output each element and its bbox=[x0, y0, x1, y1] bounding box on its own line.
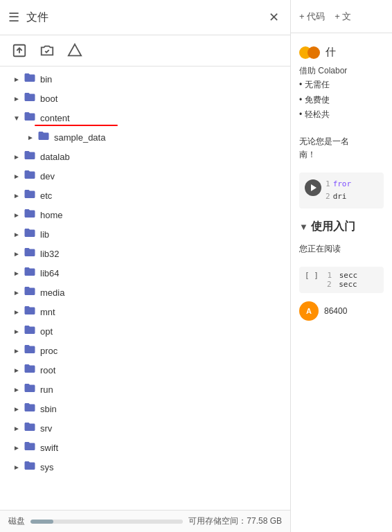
code-line-2: 2dri bbox=[326, 190, 351, 203]
item-label-mnt: mnt bbox=[40, 307, 55, 317]
add-text-label: + 文 bbox=[335, 10, 351, 23]
drive-icon[interactable] bbox=[65, 41, 84, 60]
svg-marker-2 bbox=[69, 44, 81, 56]
code-lines-1: 1fror 2dri bbox=[326, 178, 351, 202]
feature-item-2: 免费使 bbox=[299, 93, 384, 108]
tree-item-opt[interactable]: ►opt bbox=[0, 321, 290, 341]
file-tree: ►bin►boot▼content►sample_data►datalab►de… bbox=[0, 66, 290, 510]
chevron-srv: ► bbox=[11, 423, 22, 434]
tree-item-sys[interactable]: ►sys bbox=[0, 457, 290, 477]
file-panel: ☰ 文件 ✕ ►bin►boot▼content►s bbox=[0, 0, 291, 532]
folder-icon-etc bbox=[24, 188, 36, 203]
chevron-dev: ► bbox=[11, 170, 22, 181]
right-panel: + 代码 + 文 什 借助 Colabor 无需任 免费使 轻松共 无论您是一名… bbox=[291, 0, 392, 532]
folder-icon-run bbox=[24, 382, 36, 397]
disk-bar-fill bbox=[30, 520, 53, 524]
folder-icon-lib32 bbox=[24, 246, 36, 261]
tree-item-datalab[interactable]: ►datalab bbox=[0, 147, 290, 166]
avatar: A bbox=[299, 301, 319, 321]
cell-line-1: [ ] 1 secc bbox=[305, 271, 378, 280]
tree-item-sample_data[interactable]: ►sample_data bbox=[0, 127, 290, 147]
tree-item-etc[interactable]: ►etc bbox=[0, 186, 290, 205]
add-code-button[interactable]: + 代码 bbox=[299, 10, 325, 23]
tree-item-lib[interactable]: ►lib bbox=[0, 224, 290, 244]
item-label-sample_data: sample_data bbox=[54, 132, 105, 143]
chevron-datalab: ► bbox=[11, 151, 22, 162]
chevron-lib64: ► bbox=[11, 267, 22, 278]
body-section: 无论您是一名 南！ bbox=[291, 130, 392, 167]
refresh-folder-icon[interactable] bbox=[37, 41, 57, 60]
add-text-button[interactable]: + 文 bbox=[335, 10, 351, 23]
play-button-1[interactable] bbox=[305, 179, 321, 196]
folder-icon-boot bbox=[24, 91, 36, 106]
file-toolbar bbox=[0, 35, 290, 66]
tree-item-proc[interactable]: ►proc bbox=[0, 341, 290, 360]
tree-item-swift[interactable]: ►swift bbox=[0, 438, 290, 457]
tree-item-lib32[interactable]: ►lib32 bbox=[0, 244, 290, 263]
close-button[interactable]: ✕ bbox=[266, 7, 282, 28]
tree-item-content[interactable]: ▼content bbox=[0, 108, 290, 127]
item-label-boot: boot bbox=[40, 94, 57, 104]
tree-item-lib64[interactable]: ►lib64 bbox=[0, 263, 290, 283]
tree-item-srv[interactable]: ►srv bbox=[0, 418, 290, 438]
hamburger-icon[interactable]: ☰ bbox=[8, 10, 19, 25]
colab-title-partial: 什 bbox=[326, 46, 336, 59]
chevron-bin: ► bbox=[11, 73, 22, 85]
section-body-text: 您正在阅读 bbox=[291, 237, 392, 261]
colab-logo-area: 什 bbox=[291, 33, 392, 64]
item-label-opt: opt bbox=[40, 326, 53, 337]
panel-header-left: ☰ 文件 bbox=[8, 10, 48, 25]
section-body: 您正在阅读 bbox=[299, 244, 341, 254]
item-label-datalab: datalab bbox=[40, 152, 70, 162]
bottom-bar: 磁盘 可用存储空间：77.58 GB bbox=[0, 510, 290, 532]
file-tree-container: ►bin►boot▼content►sample_data►datalab►de… bbox=[0, 66, 290, 510]
colab-circle-right bbox=[308, 46, 320, 59]
chevron-content: ▼ bbox=[11, 112, 22, 123]
chevron-proc: ► bbox=[11, 345, 22, 356]
item-label-etc: etc bbox=[40, 190, 52, 201]
section-heading-area: ▼ 使用入门 bbox=[291, 214, 392, 237]
add-code-label: + 代码 bbox=[299, 10, 325, 23]
body-text: 无论您是一名 bbox=[299, 136, 349, 146]
right-toolbar: + 代码 + 文 bbox=[291, 0, 392, 33]
tree-item-boot[interactable]: ►boot bbox=[0, 89, 290, 108]
section-heading: 使用入门 bbox=[311, 220, 355, 234]
folder-icon-lib bbox=[24, 227, 36, 242]
folder-icon-media bbox=[24, 285, 36, 300]
cell-line-2: 2 secc bbox=[305, 280, 378, 289]
tree-item-home[interactable]: ►home bbox=[0, 205, 290, 224]
tree-item-mnt[interactable]: ►mnt bbox=[0, 302, 290, 321]
feature-item-1: 无需任 bbox=[299, 78, 384, 93]
item-label-proc: proc bbox=[40, 346, 57, 356]
folder-icon-mnt bbox=[24, 304, 36, 319]
folder-icon-sys bbox=[24, 459, 36, 475]
item-label-sbin: sbin bbox=[40, 404, 57, 414]
tree-item-root[interactable]: ►root bbox=[0, 360, 290, 380]
count-badge: 86400 bbox=[324, 306, 347, 316]
chevron-media: ► bbox=[11, 287, 22, 298]
tree-item-sbin[interactable]: ►sbin bbox=[0, 399, 290, 418]
tree-item-bin[interactable]: ►bin bbox=[0, 69, 290, 89]
chevron-run: ► bbox=[11, 384, 22, 395]
upload-icon[interactable] bbox=[10, 41, 29, 60]
intro-text: 借助 Colabor bbox=[299, 66, 347, 76]
item-label-lib64: lib64 bbox=[40, 268, 59, 278]
item-label-lib: lib bbox=[40, 229, 49, 240]
code-cell-2: [ ] 1 secc 2 secc bbox=[299, 267, 384, 293]
tree-item-run[interactable]: ►run bbox=[0, 380, 290, 399]
chevron-etc: ► bbox=[11, 190, 22, 201]
item-label-swift: swift bbox=[40, 443, 58, 453]
tree-item-dev[interactable]: ►dev bbox=[0, 166, 290, 186]
folder-icon-datalab bbox=[24, 149, 36, 164]
item-label-media: media bbox=[40, 287, 64, 298]
tree-item-media[interactable]: ►media bbox=[0, 283, 290, 302]
item-label-srv: srv bbox=[40, 423, 52, 434]
folder-icon-opt bbox=[24, 323, 36, 339]
item-label-sys: sys bbox=[40, 462, 54, 472]
chevron-sample_data: ► bbox=[25, 132, 36, 143]
chevron-root: ► bbox=[11, 364, 22, 375]
chevron-opt: ► bbox=[11, 326, 22, 337]
disk-space-label: 可用存储空间：77.58 GB bbox=[188, 515, 282, 527]
folder-icon-lib64 bbox=[24, 265, 36, 281]
item-label-dev: dev bbox=[40, 171, 55, 181]
